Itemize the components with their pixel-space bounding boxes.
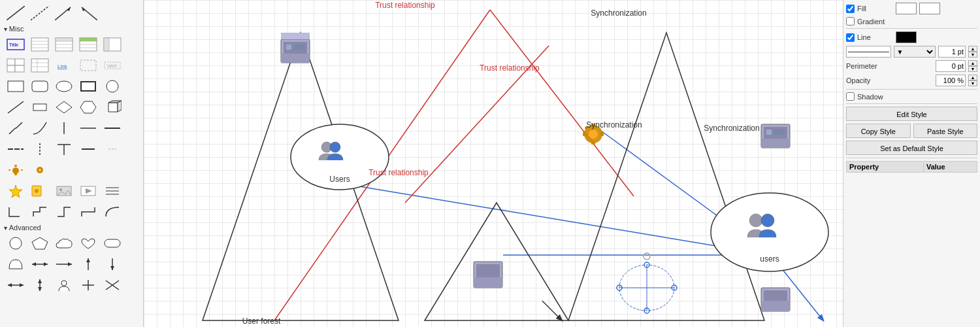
- line-checkbox[interactable]: [846, 33, 855, 42]
- value-col-header: Value: [923, 162, 977, 173]
- set-default-button[interactable]: Set as Default Style: [846, 141, 977, 155]
- shape-dashed-rect[interactable]: [76, 56, 100, 75]
- shape-list-3[interactable]: [101, 35, 124, 54]
- opacity-down[interactable]: ▼: [968, 80, 977, 86]
- shape-arrow-right[interactable]: [52, 4, 76, 22]
- svg-rect-34: [8, 81, 24, 92]
- shape-3d-cube[interactable]: [101, 98, 124, 116]
- shape-list-green[interactable]: [76, 35, 100, 54]
- fill-checkbox[interactable]: [846, 5, 855, 13]
- shape-gear-2[interactable]: [28, 161, 52, 179]
- svg-marker-85: [20, 283, 24, 287]
- shape-play[interactable]: [76, 182, 100, 200]
- shape-step[interactable]: [28, 203, 52, 221]
- shape-label-box[interactable]: label: [101, 56, 124, 75]
- shape-small-grid-2[interactable]: [28, 56, 52, 75]
- line-color-swatch[interactable]: [896, 31, 917, 43]
- fill-color-swatch[interactable]: [896, 3, 917, 14]
- shape-s-step[interactable]: [76, 203, 100, 221]
- shape-arrow-down[interactable]: [101, 255, 124, 273]
- svg-line-39: [8, 101, 24, 113]
- shape-small-grid-1[interactable]: [4, 56, 27, 75]
- shape-user[interactable]: [52, 276, 76, 294]
- line-width-input[interactable]: 1 pt: [938, 46, 966, 58]
- shape-step-2[interactable]: [52, 203, 76, 221]
- shape-rect-small[interactable]: [28, 98, 52, 116]
- copy-style-button[interactable]: Copy Style: [846, 124, 911, 138]
- shape-gear-1[interactable]: [4, 161, 27, 179]
- line-style-preview[interactable]: [846, 46, 891, 58]
- shape-lines[interactable]: [101, 182, 124, 200]
- shape-double-arrow-v[interactable]: [28, 276, 52, 294]
- svg-marker-87: [38, 279, 42, 283]
- opacity-up[interactable]: ▲: [968, 75, 977, 80]
- advanced-section-title[interactable]: Advanced: [1, 222, 142, 233]
- shape-diamond[interactable]: [52, 98, 76, 116]
- shape-mid-dash[interactable]: [76, 140, 100, 158]
- shape-cross[interactable]: [101, 276, 124, 294]
- shape-curve-2[interactable]: [101, 203, 124, 221]
- shape-half-circle[interactable]: [4, 255, 27, 273]
- diagram-canvas[interactable]: Users users Trust relationship Trust rel…: [144, 0, 843, 327]
- shape-circle[interactable]: [101, 77, 124, 95]
- fill-style-box[interactable]: [919, 3, 940, 14]
- shape-long-dash[interactable]: [4, 140, 27, 158]
- shape-double-arrow-h[interactable]: [28, 255, 52, 273]
- shape-circle-adv[interactable]: [4, 234, 27, 252]
- edit-style-button[interactable]: Edit Style: [846, 107, 977, 121]
- shape-rectangle-thin[interactable]: [4, 77, 27, 95]
- svg-rect-73: [105, 239, 120, 247]
- line-width-down[interactable]: ▼: [968, 52, 977, 58]
- shape-film[interactable]: [28, 182, 52, 200]
- shape-image[interactable]: [52, 182, 76, 200]
- shape-arrow-up[interactable]: [76, 255, 100, 273]
- svg-marker-75: [32, 262, 36, 266]
- perimeter-input[interactable]: 0 pt: [936, 60, 966, 72]
- svg-rect-57: [8, 169, 10, 171]
- shadow-checkbox[interactable]: [846, 92, 855, 101]
- svg-marker-72: [32, 237, 48, 249]
- paste-style-button[interactable]: Paste Style: [913, 124, 978, 138]
- shape-heart[interactable]: [76, 234, 100, 252]
- shape-list-2[interactable]: [52, 35, 76, 54]
- shape-angle[interactable]: [28, 119, 52, 137]
- sync-2: Synchronization: [586, 120, 642, 129]
- misc-section-title[interactable]: Misc: [1, 24, 142, 34]
- shape-ellipse[interactable]: [52, 77, 76, 95]
- shape-arrow-left[interactable]: [76, 4, 100, 22]
- shape-double-arrow-h2[interactable]: [4, 276, 27, 294]
- set-default-row: Set as Default Style: [846, 141, 977, 155]
- shape-rectangle-rounded[interactable]: [28, 77, 52, 95]
- shape-hexagon[interactable]: [76, 98, 100, 116]
- shape-horizontal-line-2[interactable]: [101, 119, 124, 137]
- perimeter-up[interactable]: ▲: [968, 60, 977, 66]
- shape-plus[interactable]: [76, 276, 100, 294]
- svg-rect-114: [761, 139, 790, 148]
- line-style-select[interactable]: ▼: [894, 46, 936, 58]
- shape-line-diag[interactable]: [4, 98, 27, 116]
- shape-star[interactable]: [4, 182, 27, 200]
- shape-l-shape[interactable]: [4, 203, 27, 221]
- shape-dashed-line[interactable]: [28, 4, 52, 22]
- shape-cloud[interactable]: [52, 234, 76, 252]
- shape-diagonal-line[interactable]: [4, 4, 27, 22]
- shape-link[interactable]: Link: [52, 56, 76, 75]
- perimeter-down[interactable]: ▼: [968, 66, 977, 72]
- shape-s-curve[interactable]: [4, 119, 27, 137]
- gradient-checkbox[interactable]: [846, 17, 855, 26]
- opacity-input[interactable]: 100 %: [936, 75, 966, 86]
- shape-rectangle-thick[interactable]: [76, 77, 100, 95]
- line-width-up[interactable]: ▲: [968, 46, 977, 52]
- shape-rounded-rect-adv[interactable]: [101, 234, 124, 252]
- shape-vert-dash[interactable]: [28, 140, 52, 158]
- shape-tee[interactable]: [52, 140, 76, 158]
- shape-end-dash[interactable]: [101, 140, 124, 158]
- shape-vertical-line[interactable]: [52, 119, 76, 137]
- shape-title[interactable]: Title: [4, 35, 27, 54]
- shape-pentagon[interactable]: [28, 234, 52, 252]
- svg-rect-55: [14, 165, 17, 167]
- shape-list-1[interactable]: [28, 35, 52, 54]
- svg-rect-129: [600, 132, 604, 136]
- shape-horizontal-line[interactable]: [76, 119, 100, 137]
- shape-arrow-right-adv[interactable]: [52, 255, 76, 273]
